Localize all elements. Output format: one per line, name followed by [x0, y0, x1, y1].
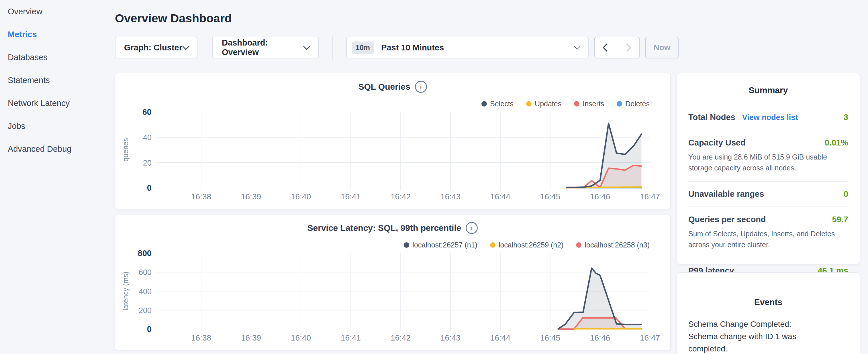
events-heading: Events	[688, 297, 848, 307]
x-tick-label: 16:43	[440, 192, 461, 201]
summary-row-description: Sum of Selects, Updates, Inserts, and De…	[688, 228, 848, 250]
x-tick-label: 16:38	[191, 192, 211, 201]
chevron-down-icon	[574, 43, 580, 49]
time-range-badge: 10m	[352, 41, 374, 54]
summary-row-description: You are using 28.6 MiB of 515.9 GiB usab…	[688, 152, 848, 173]
y-tick-label: 20	[143, 159, 152, 167]
events-list: Schema Change Completed: Schema change w…	[688, 318, 848, 354]
x-tick-label: 16:40	[291, 333, 311, 342]
y-tick-label: 600	[139, 268, 152, 277]
sql-queries-chart-card: SQL Queries i SelectsUpdatesInsertsDelet…	[115, 73, 671, 209]
y-tick-label: 800	[138, 249, 152, 258]
summary-heading: Summary	[688, 85, 848, 95]
time-range-label: Past 10 Minutes	[381, 43, 444, 53]
summary-row-label: Capacity Used	[688, 138, 746, 148]
y-tick-label: 0	[147, 183, 152, 192]
chart-plot-1[interactable]: 16:3816:3916:4016:4116:4216:4316:4416:45…	[115, 215, 671, 351]
sidebar-item-databases[interactable]: Databases	[8, 46, 108, 69]
x-tick-label: 16:47	[640, 192, 660, 201]
summary-row: Capacity Used0.01%You are using 28.6 MiB…	[688, 130, 848, 182]
summary-row-value: 59.7	[832, 215, 848, 224]
controls-divider	[333, 35, 333, 60]
summary-row-value: 3	[844, 112, 848, 122]
time-step-buttons	[594, 37, 640, 58]
summary-row: Total NodesView nodes list3	[688, 105, 848, 130]
chart-plot-0[interactable]: 16:3816:3916:4016:4116:4216:4316:4416:45…	[115, 73, 671, 210]
time-prev-button[interactable]	[595, 37, 617, 58]
sidebar-item-statements[interactable]: Statements	[8, 69, 108, 92]
summary-panel: Summary Total NodesView nodes list3Capac…	[677, 73, 860, 264]
event-item: Schema Change Completed: Schema change w…	[688, 318, 848, 354]
dashboard-dropdown-label: Dashboard: Overview	[222, 38, 304, 57]
x-tick-label: 16:42	[391, 333, 411, 342]
summary-row-value: 0	[844, 189, 848, 199]
y-tick-label: 400	[139, 287, 152, 296]
y-tick-label: 200	[139, 306, 152, 315]
sidebar-item-overview[interactable]: Overview	[8, 0, 108, 23]
summary-row-label: Total Nodes	[688, 112, 735, 122]
now-button[interactable]: Now	[645, 37, 679, 58]
y-tick-label: 0	[147, 324, 152, 334]
dashboard-dropdown[interactable]: Dashboard: Overview	[212, 37, 319, 58]
x-tick-label: 16:46	[590, 192, 610, 201]
summary-row-label: Queries per second	[688, 215, 766, 224]
sidebar-item-metrics[interactable]: Metrics	[8, 23, 108, 46]
chevron-right-icon	[623, 43, 631, 52]
event-text: Schema Change Completed: Schema change w…	[688, 318, 810, 354]
time-range-select[interactable]: 10m Past 10 Minutes	[346, 37, 589, 58]
x-tick-label: 16:41	[341, 192, 361, 201]
x-tick-label: 16:45	[540, 192, 560, 201]
x-tick-label: 16:39	[241, 333, 261, 342]
x-tick-label: 16:45	[540, 333, 560, 342]
x-tick-label: 16:43	[440, 333, 461, 342]
x-tick-label: 16:38	[191, 333, 211, 342]
summary-row-label: Unavailable ranges	[688, 189, 764, 199]
graph-dropdown-label: Graph: Cluster	[124, 43, 182, 53]
x-tick-label: 16:41	[341, 333, 361, 342]
sidebar-nav: OverviewMetricsDatabasesStatementsNetwor…	[8, 0, 108, 160]
summary-row-value: 0.01%	[825, 138, 848, 148]
sidebar-item-advanced-debug[interactable]: Advanced Debug	[8, 137, 108, 160]
summary-row: Unavailable ranges0	[688, 182, 848, 207]
y-tick-label: 60	[143, 107, 152, 117]
sidebar-item-jobs[interactable]: Jobs	[8, 115, 108, 137]
x-tick-label: 16:42	[391, 192, 411, 201]
events-panel: Events Schema Change Completed: Schema c…	[677, 272, 860, 354]
chevron-left-icon	[602, 43, 611, 52]
x-tick-label: 16:44	[490, 192, 510, 201]
x-tick-label: 16:47	[640, 333, 660, 342]
sidebar-item-network-latency[interactable]: Network Latency	[8, 92, 108, 115]
x-tick-label: 16:44	[490, 333, 510, 342]
y-axis-title: latency (ms)	[122, 271, 129, 311]
chevron-down-icon	[182, 43, 189, 50]
metrics-page: OverviewMetricsDatabasesStatementsNetwor…	[0, 0, 868, 354]
summary-rows: Total NodesView nodes list3Capacity Used…	[688, 105, 848, 283]
x-tick-label: 16:40	[291, 192, 311, 201]
page-title: Overview Dashboard	[115, 12, 232, 25]
sidebar-items: OverviewMetricsDatabasesStatementsNetwor…	[8, 0, 108, 160]
y-axis-title: queries	[122, 138, 129, 162]
x-tick-label: 16:39	[241, 192, 261, 201]
graph-dropdown[interactable]: Graph: Cluster	[115, 37, 197, 58]
summary-row: Queries per second59.7Sum of Selects, Up…	[688, 207, 848, 258]
y-tick-label: 40	[143, 133, 152, 142]
time-next-button[interactable]	[617, 37, 639, 58]
service-latency-chart-card: Service Latency: SQL, 99th percentile i …	[115, 214, 671, 350]
x-tick-label: 16:46	[590, 333, 610, 342]
view-nodes-list-link[interactable]: View nodes list	[742, 113, 798, 122]
